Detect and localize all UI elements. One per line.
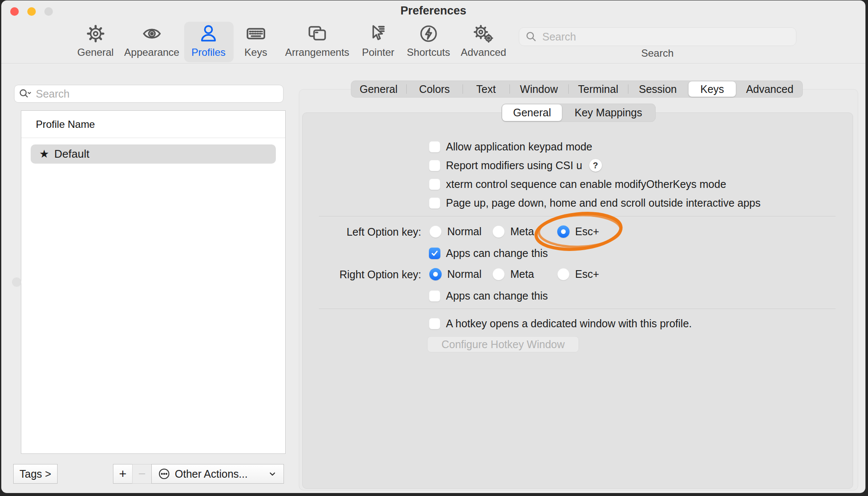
separator [319,216,836,216]
checkbox[interactable] [429,179,440,190]
other-actions-popup[interactable]: Other Actions... [151,464,284,484]
search-icon [525,31,537,43]
radio[interactable] [492,225,505,238]
splitter-handle-dot[interactable] [12,277,21,287]
radio-label: Esc+ [575,225,599,238]
toolbar-divider [1,63,865,63]
toolbar-item-arrangements[interactable]: Arrangements [285,22,350,62]
checkbox-checked[interactable] [429,248,440,259]
profile-search-input[interactable] [35,87,267,101]
subtab-key-mappings[interactable]: Key Mappings [563,104,654,122]
chevron-down-icon [267,469,278,479]
left-option-radio-meta[interactable]: Meta [492,225,534,238]
radio-label: Normal [447,225,482,238]
checkbox[interactable] [429,160,440,171]
profile-name: Default [54,147,89,161]
keys-subtabs: General Key Mappings [501,104,656,122]
left-option-radio-esc[interactable]: Esc+ [557,225,599,238]
subtab-general[interactable]: General [502,104,562,121]
bolt-circle-icon [419,22,438,46]
help-button[interactable]: ? [589,159,602,172]
right-option-radio-normal[interactable]: Normal [429,268,482,280]
checkbox-label: Page up, page down, home and end scroll … [446,197,761,209]
tab-advanced[interactable]: Advanced [737,81,803,98]
checkbox-label: xterm control sequence can enable modify… [446,178,726,190]
toolbar-search-field[interactable] [519,27,796,46]
toolbar-label: Advanced [461,46,506,58]
radio-label: Normal [447,268,482,280]
search-input[interactable] [541,30,782,43]
toolbar-item-general[interactable]: General [77,22,113,62]
radio[interactable] [429,225,442,238]
cursor-icon [368,22,388,46]
eye-icon [142,22,162,46]
checkbox[interactable] [429,290,440,302]
screenshot-root: Preferences General Appearance Profiles … [0,0,868,496]
tab-terminal[interactable]: Terminal [568,81,628,98]
checkbox-row-keypad[interactable]: Allow application keypad mode [429,141,592,153]
hotkey-checkbox-row[interactable]: A hotkey opens a dedicated window with t… [429,317,692,329]
toolbar-label: Keys [244,46,267,58]
toolbar-item-advanced[interactable]: Advanced [461,22,506,62]
left-option-apps-can-change[interactable]: Apps can change this [429,247,548,259]
window-title: Preferences [1,4,865,17]
gear-icon [86,22,105,46]
gears-icon [473,22,494,46]
right-option-radio-meta[interactable]: Meta [492,268,534,280]
profile-row-default[interactable]: ★ Default [31,144,276,164]
toolbar-label: General [77,46,113,58]
checkbox[interactable] [429,197,440,209]
profile-list: Profile Name ★ Default [21,110,286,454]
toolbar-label: Arrangements [285,46,350,58]
remove-profile-button: − [132,464,152,484]
radio[interactable] [557,268,570,280]
configure-hotkey-window-button: Configure Hotkey Window [427,336,579,352]
radio-label: Esc+ [575,268,599,280]
radio-selected[interactable] [429,268,442,280]
checkbox-row-csiu[interactable]: Report modifiers using CSI u ? [429,159,602,171]
tab-general[interactable]: General [351,81,406,98]
keyboard-icon [245,22,266,46]
toolbar-item-appearance[interactable]: Appearance [124,22,179,62]
toolbar-item-profiles[interactable]: Profiles [191,22,226,62]
radio-selected[interactable] [557,225,570,238]
checkbox-label: Apps can change this [446,290,548,302]
profile-tabs: General Colors Text Window Terminal Sess… [351,81,803,98]
checkbox-label: A hotkey opens a dedicated window with t… [446,317,692,330]
radio[interactable] [492,268,505,280]
tab-window[interactable]: Window [509,81,568,98]
preferences-window: Preferences General Appearance Profiles … [1,0,865,493]
checkbox[interactable] [429,141,440,153]
checkbox[interactable] [429,318,440,329]
profile-list-header: Profile Name [36,118,95,130]
checkbox-label: Report modifiers using CSI u [446,159,582,172]
right-option-label: Right Option key: [300,268,421,281]
tab-colors[interactable]: Colors [406,81,463,98]
radio-label: Meta [510,225,534,238]
separator [319,309,836,309]
person-icon [199,22,218,46]
checkbox-label: Apps can change this [446,247,548,260]
search-scope-icon [19,87,32,100]
toolbar-label: Profiles [191,46,226,58]
right-option-radio-esc[interactable]: Esc+ [557,268,599,280]
left-option-radio-normal[interactable]: Normal [429,225,482,238]
tab-keys[interactable]: Keys [689,81,736,97]
add-profile-button[interactable]: + [113,464,133,484]
tags-button[interactable]: Tags > [13,464,58,484]
checkbox-row-scroll-outside[interactable]: Page up, page down, home and end scroll … [429,197,761,209]
profile-search-field[interactable] [14,85,284,103]
toolbar-label: Shortcuts [407,46,450,58]
windows-icon [307,22,327,46]
toolbar-item-shortcuts[interactable]: Shortcuts [407,22,450,62]
checkbox-row-modifyotherkeys[interactable]: xterm control sequence can enable modify… [429,178,726,190]
right-option-apps-can-change[interactable]: Apps can change this [429,290,548,302]
checkbox-label: Allow application keypad mode [446,141,592,153]
toolbar-item-keys[interactable]: Keys [244,22,267,62]
toolbar-search-label: Search [641,47,674,59]
tab-text[interactable]: Text [463,81,509,98]
toolbar-item-pointer[interactable]: Pointer [362,22,394,62]
left-option-label: Left Option key: [300,226,421,238]
tab-session[interactable]: Session [628,81,688,98]
toolbar-label: Appearance [124,46,179,58]
